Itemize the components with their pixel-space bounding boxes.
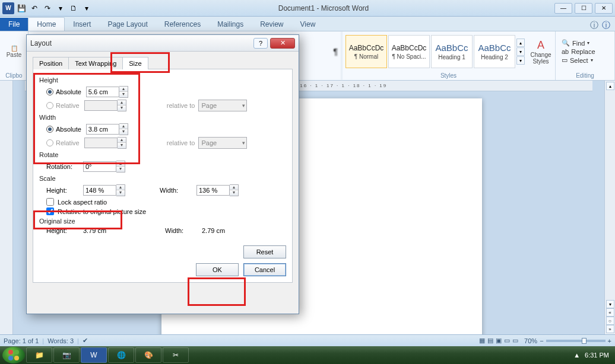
view-print-icon[interactable]: ▦ — [479, 337, 485, 344]
dialog-titlebar[interactable]: Layout ? ✕ — [27, 35, 299, 52]
tab-file[interactable]: File — [0, 18, 28, 31]
replace-button[interactable]: abReplace — [562, 48, 595, 55]
status-page[interactable]: Page: 1 of 1 — [4, 337, 39, 344]
group-styles-label: Styles — [342, 72, 555, 80]
zoom-level[interactable]: 70% — [524, 337, 537, 344]
start-button[interactable] — [2, 347, 25, 363]
scroll-up-icon[interactable]: ▴ — [606, 82, 614, 90]
tab-wrapping[interactable]: Text Wrapping — [68, 57, 123, 69]
styles-gallery[interactable]: AaBbCcDc¶ Normal AaBbCcDc¶ No Spaci... A… — [345, 35, 556, 68]
tab-view[interactable]: View — [292, 18, 324, 31]
qat-icon[interactable]: ▾ — [55, 2, 66, 14]
svg-point-8 — [14, 356, 19, 360]
save-icon[interactable]: 💾 — [15, 2, 27, 14]
height-absolute-input[interactable]: ▴▾ — [86, 86, 128, 98]
rotation-input[interactable]: ▴▾ — [83, 161, 125, 173]
tab-references[interactable]: References — [156, 18, 209, 31]
task-paint[interactable]: 🎨 — [135, 347, 161, 363]
select-icon: ▭ — [562, 56, 568, 64]
prev-page-icon[interactable]: « — [606, 308, 614, 317]
view-read-icon[interactable]: ▤ — [487, 337, 493, 344]
scale-height-label: Height: — [46, 187, 78, 194]
task-word[interactable]: W — [81, 347, 107, 363]
styles-more-icon[interactable]: ▾ — [516, 56, 525, 65]
change-styles-button[interactable]: AChange Styles — [526, 35, 556, 68]
vertical-ruler — [0, 81, 13, 334]
zoom-slider[interactable] — [546, 340, 606, 342]
paragraph-mark-icon[interactable]: ¶ — [333, 47, 338, 56]
view-web-icon[interactable]: ▣ — [496, 337, 502, 344]
orig-height-value: 3.79 cm — [83, 227, 119, 234]
ok-button[interactable]: OK — [196, 263, 239, 276]
zoom-in-icon[interactable]: + — [608, 337, 611, 344]
browse-object-icon[interactable]: ○ — [606, 317, 614, 325]
scroll-down-icon[interactable]: ▾ — [606, 300, 614, 308]
task-snip[interactable]: ✂ — [163, 347, 189, 363]
group-clipboard-label: Clipbo — [0, 72, 28, 80]
style-heading1[interactable]: AaBbCcHeading 1 — [431, 35, 473, 68]
tab-home[interactable]: Home — [28, 17, 65, 31]
view-outline-icon[interactable]: ▭ — [504, 337, 510, 344]
scale-height-input[interactable]: ▴▾ — [83, 184, 125, 196]
qat-more-icon[interactable]: ▾ — [81, 2, 93, 14]
task-explorer[interactable]: 📁 — [26, 347, 52, 363]
minimize-ribbon-icon[interactable]: ⓘ — [590, 20, 598, 31]
tray-clock[interactable]: 6:31 PM — [585, 352, 609, 359]
paste-button[interactable]: 📋Paste — [4, 35, 24, 68]
close-button[interactable]: ✕ — [595, 3, 613, 14]
replace-icon: ab — [562, 48, 569, 55]
system-tray[interactable]: ▲ 6:31 PM — [573, 352, 613, 359]
style-nospacing[interactable]: AaBbCcDc¶ No Spaci... — [388, 35, 430, 68]
window-buttons: — ☐ ✕ — [554, 3, 613, 14]
find-icon: 🔍 — [562, 39, 570, 47]
zoom-out-icon[interactable]: − — [540, 337, 543, 344]
cancel-button[interactable]: Cancel — [243, 263, 286, 276]
title-bar: W 💾 ↶ ↷ ▾ 🗋 ▾ Document1 - Microsoft Word… — [0, 0, 615, 17]
select-button[interactable]: ▭Select▾ — [562, 56, 595, 64]
maximize-button[interactable]: ☐ — [575, 3, 592, 14]
dialog-title: Layout — [30, 39, 253, 47]
relative-original-checkbox[interactable]: Relative to original picture size — [46, 207, 286, 215]
tab-position[interactable]: Position — [33, 57, 69, 69]
tab-pagelayout[interactable]: Page Layout — [99, 18, 156, 31]
scale-section-label: Scale — [39, 175, 286, 182]
reset-button[interactable]: Reset — [243, 245, 286, 258]
tray-flag-icon[interactable]: ▲ — [573, 352, 580, 359]
original-size-label: Original size — [39, 218, 286, 225]
new-icon[interactable]: 🗋 — [68, 2, 80, 14]
scale-width-input[interactable]: ▴▾ — [196, 184, 239, 196]
task-app[interactable]: 📷 — [53, 347, 80, 363]
tab-insert[interactable]: Insert — [65, 18, 99, 31]
height-relative-to-dropdown: Page▾ — [198, 100, 247, 111]
dialog-close-button[interactable]: ✕ — [270, 38, 295, 49]
status-words[interactable]: Words: 3 — [47, 337, 74, 344]
vertical-scrollbar[interactable]: ▴ ▾ « ○ » — [604, 81, 615, 334]
height-relative-radio[interactable]: Relative — [46, 102, 80, 109]
taskbar: 📁 📷 W 🌐 🎨 ✂ ▲ 6:31 PM — [0, 346, 615, 364]
tab-mailings[interactable]: Mailings — [209, 18, 252, 31]
rotation-label: Rotation: — [46, 163, 78, 170]
dialog-help-button[interactable]: ? — [253, 38, 268, 49]
tab-review[interactable]: Review — [252, 18, 291, 31]
styles-up-icon[interactable]: ▴ — [516, 39, 525, 47]
find-button[interactable]: 🔍Find▾ — [562, 39, 595, 47]
tab-size[interactable]: Size — [122, 57, 148, 69]
proofing-icon[interactable]: ✔ — [83, 337, 88, 344]
redo-icon[interactable]: ↷ — [42, 2, 53, 14]
task-chrome[interactable]: 🌐 — [108, 347, 134, 363]
minimize-button[interactable]: — — [554, 3, 572, 14]
styles-down-icon[interactable]: ▾ — [516, 47, 525, 56]
help-icon[interactable]: ⓘ — [602, 20, 610, 31]
height-absolute-radio[interactable]: Absolute — [46, 88, 81, 95]
style-heading2[interactable]: AaBbCcHeading 2 — [474, 35, 515, 68]
next-page-icon[interactable]: » — [606, 325, 614, 333]
width-absolute-radio[interactable]: Absolute — [46, 126, 81, 133]
undo-icon[interactable]: ↶ — [28, 2, 40, 14]
width-absolute-input[interactable]: ▴▾ — [86, 123, 128, 135]
view-draft-icon[interactable]: ▭ — [512, 337, 518, 344]
width-relative-radio[interactable]: Relative — [46, 139, 80, 146]
lock-aspect-checkbox[interactable]: Lock aspect ratio — [46, 198, 286, 206]
style-normal[interactable]: AaBbCcDc¶ Normal — [345, 35, 387, 68]
scale-width-label: Width: — [160, 187, 192, 194]
quick-access-toolbar: W 💾 ↶ ↷ ▾ 🗋 ▾ — [2, 2, 93, 14]
